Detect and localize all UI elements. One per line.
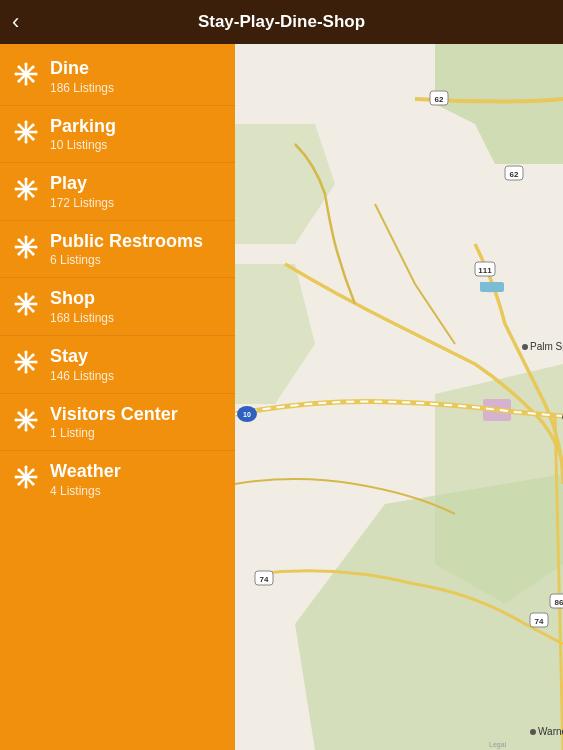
- shop-label: Shop: [50, 288, 114, 310]
- svg-point-69: [32, 368, 35, 371]
- svg-point-94: [32, 469, 35, 472]
- visitors-center-label: Visitors Center: [50, 404, 178, 426]
- sidebar-item-weather[interactable]: Weather 4 Listings: [0, 451, 235, 508]
- back-button[interactable]: ‹: [12, 11, 19, 33]
- svg-rect-98: [480, 282, 504, 292]
- public-restrooms-count: 6 Listings: [50, 253, 203, 267]
- svg-point-92: [17, 469, 20, 472]
- svg-point-120: [522, 344, 528, 350]
- svg-point-79: [35, 418, 38, 421]
- weather-text: Weather 4 Listings: [50, 461, 121, 498]
- svg-text:10: 10: [243, 411, 251, 418]
- shop-count: 168 Listings: [50, 311, 114, 325]
- svg-point-95: [17, 483, 20, 486]
- svg-point-66: [15, 360, 18, 363]
- svg-text:74: 74: [535, 617, 544, 626]
- dine-count: 186 Listings: [50, 81, 114, 95]
- svg-point-57: [32, 310, 35, 313]
- sidebar: Dine 186 Listings Parking 10 Listings: [0, 44, 235, 750]
- sidebar-item-shop[interactable]: Shop 168 Listings: [0, 278, 235, 336]
- svg-point-40: [25, 235, 28, 238]
- svg-point-33: [32, 195, 35, 198]
- visitors-center-icon: [12, 406, 40, 434]
- sidebar-item-public-restrooms[interactable]: Public Restrooms 6 Listings: [0, 221, 235, 279]
- svg-point-59: [17, 310, 20, 313]
- parking-count: 10 Listings: [50, 138, 116, 152]
- svg-point-93: [32, 483, 35, 486]
- svg-point-78: [15, 418, 18, 421]
- visitors-center-count: 1 Listing: [50, 426, 178, 440]
- play-text: Play 172 Listings: [50, 173, 114, 210]
- parking-label: Parking: [50, 116, 116, 138]
- svg-point-28: [25, 178, 28, 181]
- svg-text:111: 111: [478, 266, 492, 275]
- weather-icon: [12, 463, 40, 491]
- svg-text:86: 86: [555, 598, 563, 607]
- svg-point-55: [35, 303, 38, 306]
- svg-point-76: [25, 408, 28, 411]
- svg-point-10: [32, 65, 35, 68]
- svg-point-54: [15, 303, 18, 306]
- svg-text:Warner Springs: Warner Springs: [538, 726, 563, 737]
- svg-text:62: 62: [435, 95, 444, 104]
- weather-count: 4 Listings: [50, 484, 121, 498]
- svg-point-21: [32, 137, 35, 140]
- svg-point-45: [32, 252, 35, 255]
- shop-text: Shop 168 Listings: [50, 288, 114, 325]
- parking-icon: [12, 118, 40, 146]
- main-content: Dine 186 Listings Parking 10 Listings: [0, 44, 563, 750]
- svg-point-22: [32, 123, 35, 126]
- svg-text:Legal: Legal: [489, 741, 507, 749]
- svg-point-81: [32, 425, 35, 428]
- svg-point-65: [25, 370, 28, 373]
- shop-icon: [12, 290, 40, 318]
- svg-point-43: [35, 245, 38, 248]
- svg-point-5: [25, 83, 28, 86]
- svg-point-140: [530, 729, 536, 735]
- svg-point-82: [32, 411, 35, 414]
- sidebar-item-dine[interactable]: Dine 186 Listings: [0, 48, 235, 106]
- public-restrooms-text: Public Restrooms 6 Listings: [50, 231, 203, 268]
- svg-point-80: [17, 411, 20, 414]
- sidebar-item-play[interactable]: Play 172 Listings: [0, 163, 235, 221]
- svg-text:Palm Springs: Palm Springs: [530, 341, 563, 352]
- svg-point-11: [17, 80, 20, 83]
- svg-point-31: [35, 188, 38, 191]
- svg-point-41: [25, 255, 28, 258]
- sidebar-item-parking[interactable]: Parking 10 Listings: [0, 106, 235, 164]
- svg-point-17: [25, 140, 28, 143]
- svg-point-42: [15, 245, 18, 248]
- svg-point-6: [15, 73, 18, 76]
- svg-point-46: [32, 238, 35, 241]
- sidebar-item-stay[interactable]: Stay 146 Listings: [0, 336, 235, 394]
- svg-point-77: [25, 428, 28, 431]
- weather-label: Weather: [50, 461, 121, 483]
- svg-point-47: [17, 252, 20, 255]
- svg-point-9: [32, 80, 35, 83]
- parking-text: Parking 10 Listings: [50, 116, 116, 153]
- svg-point-18: [15, 130, 18, 133]
- svg-point-44: [17, 238, 20, 241]
- svg-point-16: [25, 120, 28, 123]
- stay-icon: [12, 348, 40, 376]
- svg-point-29: [25, 198, 28, 201]
- svg-point-19: [35, 130, 38, 133]
- svg-point-90: [15, 476, 18, 479]
- svg-point-32: [17, 181, 20, 184]
- svg-point-71: [17, 368, 20, 371]
- svg-point-70: [32, 353, 35, 356]
- svg-point-83: [17, 425, 20, 428]
- svg-point-35: [17, 195, 20, 198]
- play-count: 172 Listings: [50, 196, 114, 210]
- svg-point-64: [25, 350, 28, 353]
- dine-text: Dine 186 Listings: [50, 58, 114, 95]
- visitors-center-text: Visitors Center 1 Listing: [50, 404, 178, 441]
- svg-text:62: 62: [510, 170, 519, 179]
- stay-text: Stay 146 Listings: [50, 346, 114, 383]
- header-title: Stay-Play-Dine-Shop: [198, 12, 365, 32]
- svg-point-91: [35, 476, 38, 479]
- svg-point-52: [25, 293, 28, 296]
- sidebar-item-visitors-center[interactable]: Visitors Center 1 Listing: [0, 394, 235, 452]
- stay-label: Stay: [50, 346, 114, 368]
- svg-point-4: [25, 63, 28, 66]
